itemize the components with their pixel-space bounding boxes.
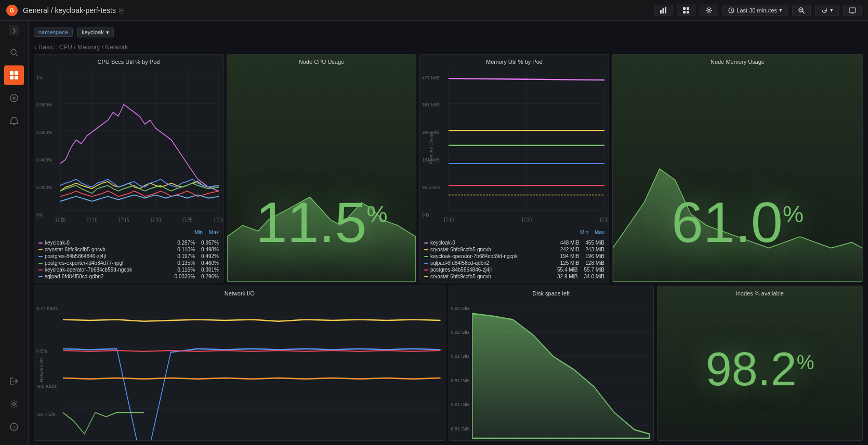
mem-legend-color-2 — [424, 256, 428, 257]
mem-y-4: 95.4 MiB — [422, 185, 441, 190]
disk-y-3: 6.81 GiB — [451, 378, 469, 383]
legend-color-4 — [38, 269, 43, 271]
mem-legend-4: postgres-84b5864846-zj4jl 55.4 MiB55.7 M… — [424, 266, 604, 273]
svg-text:?: ? — [12, 425, 15, 430]
svg-point-9 — [708, 9, 710, 11]
sidebar-item-explore[interactable] — [4, 88, 24, 108]
mem-y-1: 381 MiB — [422, 102, 439, 107]
svg-rect-4 — [665, 7, 666, 14]
tv-mode-button[interactable] — [843, 5, 862, 16]
legend-row-5: sqlpad-6fd84f58cd-qdbn2 0.0336%0.296% — [38, 273, 219, 280]
svg-rect-12 — [849, 8, 856, 12]
disk-space-title: Disk space left — [449, 286, 654, 299]
node-cpu-value: 11.5% — [227, 194, 416, 251]
sidebar-item-help[interactable]: ? — [4, 417, 24, 437]
y-label-04pct: 0.400% — [36, 157, 52, 163]
mem-legend-5: crvostat-6bfc9ccfb5-gncvb 32.9 MiB34.0 M… — [424, 273, 604, 280]
disk-y-2: 6.81 GiB — [451, 354, 469, 359]
top-panels-grid: CPU Secs Util % by Pod 1% 0.800% 0.600% … — [34, 54, 863, 282]
mem-legend-3: sqlpad-6fd84f58cd-qdbn2 125 MiB128 MiB — [424, 260, 604, 266]
node-memory-unit: % — [783, 201, 804, 227]
main-layout: ❯ ? namespace — [0, 21, 868, 445]
net-y-1: 0 B/s — [36, 348, 47, 354]
bar-chart-button[interactable] — [654, 5, 673, 16]
namespace-filter-tag[interactable]: namespace — [34, 28, 73, 37]
keycloak-filter-dropdown[interactable]: keycloak ▾ — [77, 28, 114, 37]
y-label-1pct: 1% — [36, 75, 43, 80]
bottom-panels-grid: Network I/O Network I/O 9.77 KiB/s 0 B/s… — [34, 286, 863, 441]
mem-legend-color-0 — [424, 242, 428, 244]
memory-util-title: Memory Util % by Pod — [420, 55, 609, 67]
y-label-0pct: 0% — [36, 212, 43, 218]
node-memory-panel: Node Memory Usage 61.0% — [612, 54, 863, 282]
node-memory-value: 61.0% — [613, 194, 862, 251]
sidebar-item-exit[interactable] — [4, 371, 24, 391]
cpu-secs-svg: 17:05 17:10 17:15 17:20 17:25 17:30 — [60, 69, 219, 226]
svg-text:17:20: 17:20 — [150, 217, 161, 224]
network-io-chart: Network I/O 9.77 KiB/s 0 B/s -9.8 KiB/s … — [34, 299, 445, 440]
legend-row-0: keycloak-0 0.287%0.957% — [38, 239, 219, 246]
inodes-value: 98.2% — [706, 343, 814, 396]
mem-legend-color-5 — [424, 276, 428, 277]
time-range-button[interactable]: Last 30 minutes ▾ — [722, 5, 788, 16]
legend-color-1 — [38, 249, 43, 250]
main-content: namespace keycloak ▾ ↓ Basic : CPU / Mem… — [29, 21, 868, 445]
net-y-0: 9.77 KiB/s — [36, 306, 58, 311]
inodes-unit: % — [797, 352, 814, 373]
svg-rect-3 — [663, 8, 664, 14]
legend-row-1: cryostat-6bfc9ccfb5-gncvb 0.110%0.498% — [38, 246, 219, 253]
y-label-06pct: 0.600% — [36, 130, 52, 135]
topbar: G General / keycloak-perf-tests ⎘ Last 3… — [0, 0, 868, 21]
svg-text:17:30: 17:30 — [214, 217, 223, 224]
settings-button[interactable] — [700, 5, 718, 16]
sidebar-collapse-button[interactable]: ❯ — [9, 25, 19, 35]
breadcrumb: General / keycloak-perf-tests ⎘ — [23, 6, 123, 15]
zoom-out-button[interactable] — [792, 5, 811, 16]
sidebar-item-alerts[interactable] — [4, 111, 24, 131]
disk-y-5: 6.81 GiB — [451, 426, 469, 431]
y-label-08pct: 0.800% — [36, 102, 52, 107]
svg-text:17:30: 17:30 — [599, 217, 609, 224]
mem-y-3: 191 MiB — [422, 157, 439, 163]
network-io-panel: Network I/O Network I/O 9.77 KiB/s 0 B/s… — [34, 286, 445, 441]
net-y-2: -9.8 KiB/s — [36, 384, 57, 389]
app-logo: G — [6, 5, 18, 16]
svg-text:17:25: 17:25 — [182, 217, 193, 224]
inodes-title: inodes % available — [657, 286, 862, 299]
mem-legend-header: Min Max — [420, 228, 609, 236]
disk-space-svg — [472, 301, 650, 438]
svg-rect-6 — [687, 7, 689, 10]
legend-color-2 — [38, 256, 43, 257]
memory-util-panel: Memory Util % by Pod Memory Usage 477 Mi… — [419, 54, 609, 282]
inodes-content: 98.2% — [657, 299, 862, 440]
disk-y-0: 6.82 GiB — [451, 306, 469, 311]
svg-rect-15 — [15, 71, 18, 75]
network-io-title: Network I/O — [34, 286, 445, 299]
node-cpu-unit: % — [367, 201, 388, 227]
dashboard-settings-button[interactable] — [677, 5, 695, 16]
node-cpu-panel: Node CPU Usage 11.5% — [227, 54, 416, 282]
net-y-3: -20 KiB/s — [36, 412, 56, 417]
inodes-panel: inodes % available 98.2% — [657, 286, 863, 441]
svg-rect-17 — [15, 76, 18, 79]
legend-color-3 — [38, 263, 43, 264]
sidebar-item-dashboards[interactable] — [4, 65, 24, 85]
svg-rect-2 — [660, 10, 662, 14]
svg-text:G: G — [10, 8, 14, 14]
sidebar: ❯ ? — [0, 21, 29, 445]
disk-y-1: 6.82 GiB — [451, 330, 469, 335]
cpu-legend: keycloak-0 0.287%0.957% cryostat-6bfc9cc… — [34, 237, 223, 282]
sidebar-item-search[interactable] — [4, 43, 24, 62]
sidebar-item-config[interactable] — [4, 394, 24, 414]
svg-point-20 — [13, 403, 16, 406]
refresh-button[interactable]: ▾ — [815, 5, 839, 16]
svg-rect-7 — [683, 11, 686, 14]
mem-y-5: 0 B — [422, 212, 429, 218]
mem-legend-1: cryostat-6bfc9ccfb5-gncvb 242 MiB243 MiB — [424, 246, 604, 253]
topbar-actions: Last 30 minutes ▾ ▾ — [654, 5, 862, 16]
svg-text:17:20: 17:20 — [521, 217, 532, 224]
sidebar-bottom: ? — [4, 371, 24, 441]
mem-y-2: 286 MiB — [422, 130, 439, 135]
mem-y-0: 477 MiB — [422, 75, 439, 80]
svg-rect-14 — [10, 71, 14, 75]
